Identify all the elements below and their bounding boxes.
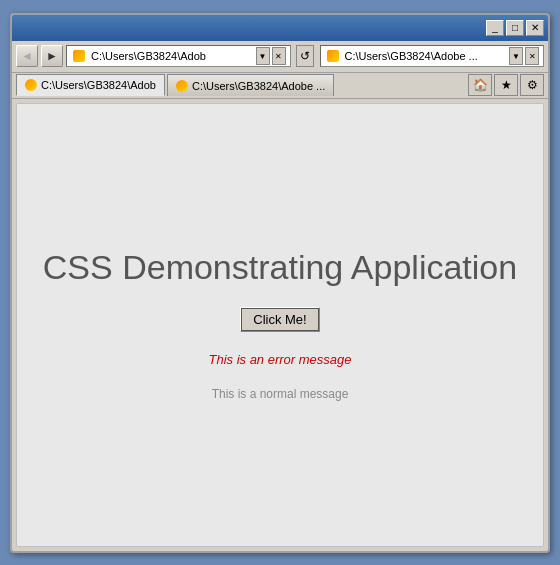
tab-2[interactable]: C:\Users\GB3824\Adobe ...	[167, 74, 334, 96]
address-favicon-1	[71, 48, 87, 64]
nav-bar: ◄ ► C:\Users\GB3824\Adob ▼ ✕ ↺ C:\Users\…	[12, 41, 548, 73]
address-text-2: C:\Users\GB3824\Adobe ...	[345, 50, 510, 62]
title-bar: _ □ ✕	[12, 15, 548, 41]
tab-label-1: C:\Users\GB3824\Adob	[41, 79, 156, 91]
error-message: This is an error message	[208, 352, 351, 367]
title-bar-buttons: _ □ ✕	[486, 20, 544, 36]
click-me-button[interactable]: Click Me!	[240, 307, 319, 332]
tab-label-2: C:\Users\GB3824\Adobe ...	[192, 80, 325, 92]
address-bar-tab1[interactable]: C:\Users\GB3824\Adob ▼ ✕	[66, 45, 291, 67]
home-button[interactable]: 🏠	[468, 74, 492, 96]
close-button[interactable]: ✕	[526, 20, 544, 36]
refresh-button[interactable]: ↺	[296, 45, 314, 67]
page-heading: CSS Demonstrating Application	[23, 248, 537, 287]
back-button[interactable]: ◄	[16, 45, 38, 67]
content-area: CSS Demonstrating Application Click Me! …	[16, 103, 544, 547]
address-bar-tab2[interactable]: C:\Users\GB3824\Adobe ... ▼ ✕	[320, 45, 545, 67]
minimize-button[interactable]: _	[486, 20, 504, 36]
tab-favicon-2	[176, 80, 188, 92]
tab-bar: C:\Users\GB3824\Adob C:\Users\GB3824\Ado…	[12, 73, 548, 99]
settings-button[interactable]: ⚙	[520, 74, 544, 96]
favorites-button[interactable]: ★	[494, 74, 518, 96]
quick-access-bar: 🏠 ★ ⚙	[468, 74, 544, 96]
forward-button[interactable]: ►	[41, 45, 63, 67]
address-favicon-2	[325, 48, 341, 64]
address-arrows-1: ▼	[256, 47, 270, 65]
tab-1[interactable]: C:\Users\GB3824\Adob	[16, 74, 165, 96]
addr-dropdown-2[interactable]: ▼	[509, 47, 523, 65]
address-arrows-2: ▼	[509, 47, 523, 65]
normal-message: This is a normal message	[212, 387, 349, 401]
maximize-button[interactable]: □	[506, 20, 524, 36]
addr-refresh-2[interactable]: ✕	[525, 47, 539, 65]
addr-dropdown-1[interactable]: ▼	[256, 47, 270, 65]
addr-refresh-1[interactable]: ✕	[272, 47, 286, 65]
address-text-1: C:\Users\GB3824\Adob	[91, 50, 256, 62]
browser-window: _ □ ✕ ◄ ► C:\Users\GB3824\Adob ▼ ✕ ↺ C:\…	[10, 13, 550, 553]
tab-favicon-1	[25, 79, 37, 91]
